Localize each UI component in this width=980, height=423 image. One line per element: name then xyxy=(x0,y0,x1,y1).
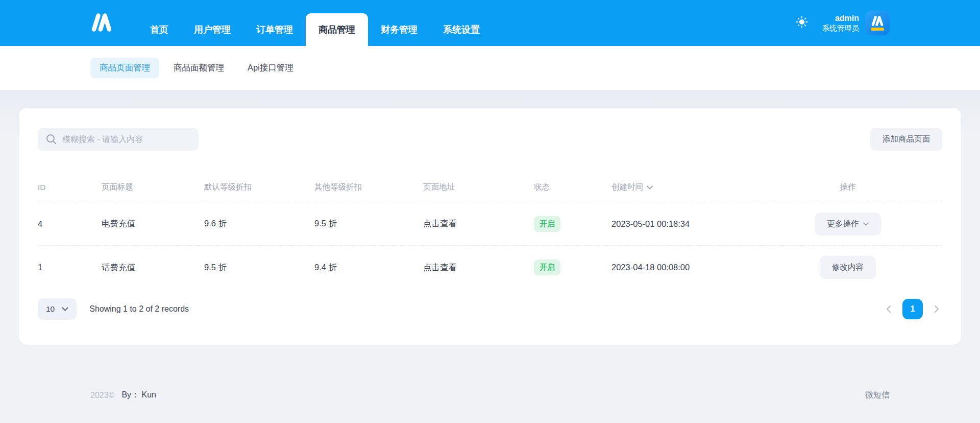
chevron-left-icon xyxy=(886,305,891,313)
avatar-logo-icon xyxy=(871,16,884,26)
more-actions-button[interactable]: 更多操作 xyxy=(815,213,881,236)
user-name: admin xyxy=(822,13,860,24)
status-badge: 开启 xyxy=(534,260,560,275)
copyright-text: 2023© xyxy=(90,391,114,400)
pagination: 10 Showing 1 to 2 of 2 records 1 xyxy=(38,298,942,320)
product-pages-table: ID 页面标题 默认等级折扣 其他等级折扣 页面地址 状态 创建时间 操作 4 … xyxy=(38,173,942,289)
nav-item-home[interactable]: 首页 xyxy=(137,13,181,46)
more-actions-label: 更多操作 xyxy=(827,219,859,229)
row-title: 话费充值 xyxy=(102,262,204,273)
col-actions: 操作 xyxy=(758,182,942,193)
main-content: 添加商品页面 ID 页面标题 默认等级折扣 其他等级折扣 页面地址 状态 创建时… xyxy=(0,90,980,411)
edit-content-label: 修改内容 xyxy=(832,262,864,273)
row-id: 4 xyxy=(38,219,102,229)
top-navbar: 首页 用户管理 订单管理 商品管理 财务管理 系统设置 xyxy=(0,0,980,46)
prev-page-button[interactable] xyxy=(883,302,894,316)
page-footer: 2023© By： Kun 微短信 xyxy=(0,390,980,411)
row-page-url-link[interactable]: 点击查看 xyxy=(423,218,534,229)
theme-toggle-button[interactable] xyxy=(796,16,808,30)
col-title: 页面标题 xyxy=(102,182,204,193)
col-default-discount: 默认等级折扣 xyxy=(204,182,314,193)
next-page-button[interactable] xyxy=(931,302,942,316)
row-other-discount: 9.5 折 xyxy=(314,218,423,229)
author-text: By： Kun xyxy=(121,390,156,401)
col-page-url: 页面地址 xyxy=(423,182,534,193)
row-default-discount: 9.6 折 xyxy=(204,218,314,229)
col-id: ID xyxy=(38,183,102,192)
row-default-discount: 9.5 折 xyxy=(204,262,314,273)
nav-item-orders[interactable]: 订单管理 xyxy=(243,13,306,46)
nav-item-finance[interactable]: 财务管理 xyxy=(368,13,430,46)
nav-item-users[interactable]: 用户管理 xyxy=(181,13,243,46)
nav-item-products[interactable]: 商品管理 xyxy=(306,13,368,46)
nav-item-settings[interactable]: 系统设置 xyxy=(430,13,493,46)
row-title: 电费充值 xyxy=(102,218,204,229)
col-status: 状态 xyxy=(534,182,611,193)
navbar-right: admin 系统管理员 xyxy=(796,11,890,35)
pagination-summary: Showing 1 to 2 of 2 records xyxy=(89,304,189,314)
chevron-down-icon xyxy=(863,222,869,226)
user-role: 系统管理员 xyxy=(822,24,860,33)
pagination-controls: 1 xyxy=(883,299,942,319)
page-size-value: 10 xyxy=(46,304,55,314)
col-created-label: 创建时间 xyxy=(611,182,643,193)
subtab-product-pages[interactable]: 商品页面管理 xyxy=(90,58,159,78)
search-input[interactable] xyxy=(38,128,199,151)
chevron-right-icon xyxy=(934,305,939,313)
chevron-down-icon xyxy=(62,307,68,311)
avatar[interactable] xyxy=(865,11,890,35)
avatar-brand-mark xyxy=(871,28,884,31)
sub-navbar: 商品页面管理 商品面额管理 Api接口管理 xyxy=(0,46,980,90)
card-toolbar: 添加商品页面 xyxy=(38,128,942,151)
search-box xyxy=(38,128,199,151)
subtab-product-denominations[interactable]: 商品面额管理 xyxy=(164,58,233,78)
row-other-discount: 9.4 折 xyxy=(314,262,423,273)
col-created-sort[interactable]: 创建时间 xyxy=(611,182,758,193)
product-pages-card: 添加商品页面 ID 页面标题 默认等级折扣 其他等级折扣 页面地址 状态 创建时… xyxy=(19,108,961,345)
main-nav: 首页 用户管理 订单管理 商品管理 财务管理 系统设置 xyxy=(137,13,493,46)
sun-icon xyxy=(796,16,808,30)
table-header-row: ID 页面标题 默认等级折扣 其他等级折扣 页面地址 状态 创建时间 操作 xyxy=(38,173,942,202)
page-number-button[interactable]: 1 xyxy=(902,299,923,319)
row-page-url-link[interactable]: 点击查看 xyxy=(423,262,534,273)
page-size-select[interactable]: 10 xyxy=(38,298,77,320)
chevron-down-icon xyxy=(647,185,653,190)
edit-content-button[interactable]: 修改内容 xyxy=(820,256,876,279)
search-icon xyxy=(46,134,57,145)
status-badge: 开启 xyxy=(534,216,560,232)
brand-logo[interactable] xyxy=(90,10,113,37)
footer-brand-link[interactable]: 微短信 xyxy=(865,390,890,401)
brand-logo-icon xyxy=(90,10,113,37)
subtab-api[interactable]: Api接口管理 xyxy=(238,58,303,78)
user-info: admin 系统管理员 xyxy=(822,13,860,33)
row-created-at: 2023-05-01 00:18:34 xyxy=(611,219,758,229)
row-id: 1 xyxy=(38,263,102,272)
table-row: 4 电费充值 9.6 折 9.5 折 点击查看 开启 2023-05-01 00… xyxy=(38,202,942,246)
row-created-at: 2023-04-18 00:08:00 xyxy=(611,263,758,272)
col-other-discount: 其他等级折扣 xyxy=(314,182,423,193)
table-row: 1 话费充值 9.5 折 9.4 折 点击查看 开启 2023-04-18 00… xyxy=(38,246,942,289)
add-product-page-button[interactable]: 添加商品页面 xyxy=(870,128,942,151)
